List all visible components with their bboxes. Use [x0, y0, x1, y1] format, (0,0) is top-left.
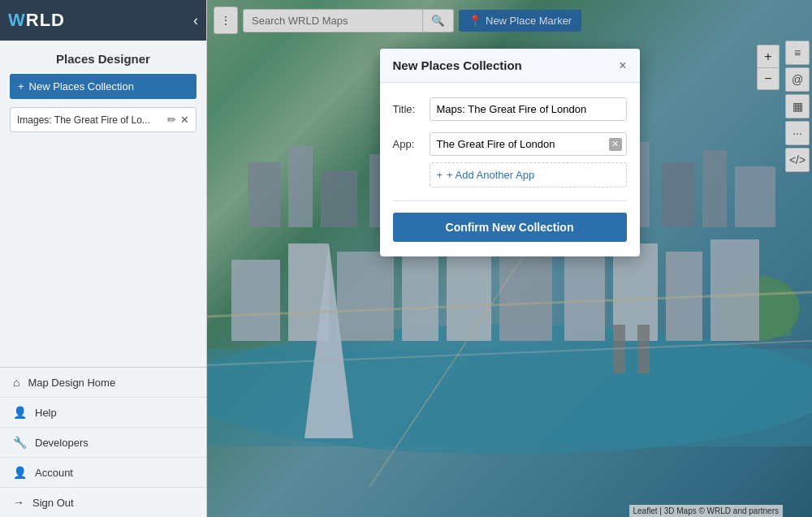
account-icon: 👤 — [13, 466, 27, 479]
sidebar-item-account[interactable]: 👤 Account — [0, 458, 206, 488]
title-form-row: Title: — [393, 97, 627, 121]
modal-body: Title: App: ✕ + + Add Another App — [380, 83, 640, 256]
sidebar-footer: ⌂ Map Design Home 👤 Help 🔧 Developers 👤 … — [0, 367, 206, 517]
modal-header: New Places Collection × — [380, 49, 640, 83]
modal-title: New Places Collection — [393, 58, 522, 72]
modal-close-button[interactable]: × — [619, 59, 626, 72]
collapse-sidebar-button[interactable]: ‹ — [193, 12, 198, 29]
footer-label-developers: Developers — [35, 437, 89, 449]
app-input[interactable] — [430, 132, 627, 156]
edit-collection-button[interactable]: ✏ — [167, 114, 176, 126]
modal-divider — [393, 200, 627, 201]
footer-label-signout: Sign Out — [32, 497, 74, 509]
footer-label-account: Account — [35, 467, 73, 479]
sidebar-header: WRLD ‹ — [0, 0, 206, 41]
title-input[interactable] — [430, 97, 627, 121]
app-input-container: ✕ — [430, 132, 627, 156]
title-label: Title: — [393, 103, 421, 115]
app-form-row: App: ✕ — [393, 132, 627, 156]
home-icon: ⌂ — [13, 376, 19, 389]
plus-icon: + — [18, 80, 24, 93]
app-label: App: — [393, 138, 421, 150]
sidebar-item-signout[interactable]: → Sign Out — [0, 488, 206, 517]
sidebar: WRLD ‹ Places Designer + New Places Coll… — [0, 0, 207, 517]
sidebar-title: Places Designer — [0, 41, 206, 74]
modal-overlay: New Places Collection × Title: App: ✕ — [207, 0, 812, 517]
collection-item[interactable]: Images: The Great Fire of Lo... ✏ ✕ — [10, 107, 197, 132]
new-places-collection-button[interactable]: + New Places Collection — [10, 74, 197, 99]
footer-label-home: Map Design Home — [28, 377, 115, 389]
add-another-app-button[interactable]: + + Add Another App — [430, 162, 627, 187]
confirm-new-collection-button[interactable]: Confirm New Collection — [393, 213, 627, 242]
wrld-logo: WRLD — [8, 10, 65, 31]
developers-icon: 🔧 — [13, 436, 27, 449]
help-icon: 👤 — [13, 406, 27, 419]
new-places-collection-modal: New Places Collection × Title: App: ✕ — [380, 49, 640, 256]
add-icon: + — [437, 169, 443, 181]
collection-item-actions: ✏ ✕ — [167, 114, 189, 126]
sidebar-item-help[interactable]: 👤 Help — [0, 398, 206, 428]
sidebar-spacer — [0, 137, 206, 367]
app-clear-button[interactable]: ✕ — [609, 138, 622, 151]
delete-collection-button[interactable]: ✕ — [180, 114, 189, 126]
sidebar-item-developers[interactable]: 🔧 Developers — [0, 428, 206, 458]
add-another-label: + Add Another App — [447, 169, 534, 181]
sidebar-item-map-design-home[interactable]: ⌂ Map Design Home — [0, 368, 206, 398]
collection-item-text: Images: The Great Fire of Lo... — [17, 114, 167, 126]
add-another-row: + + Add Another App — [393, 162, 627, 187]
map-area[interactable]: ⋮ 🔍 📍 New Place Marker + − ≡ @ ▦ ··· </>… — [207, 0, 812, 517]
signout-icon: → — [13, 496, 24, 509]
footer-label-help: Help — [35, 407, 57, 419]
new-collection-label: New Places Collection — [29, 80, 134, 93]
